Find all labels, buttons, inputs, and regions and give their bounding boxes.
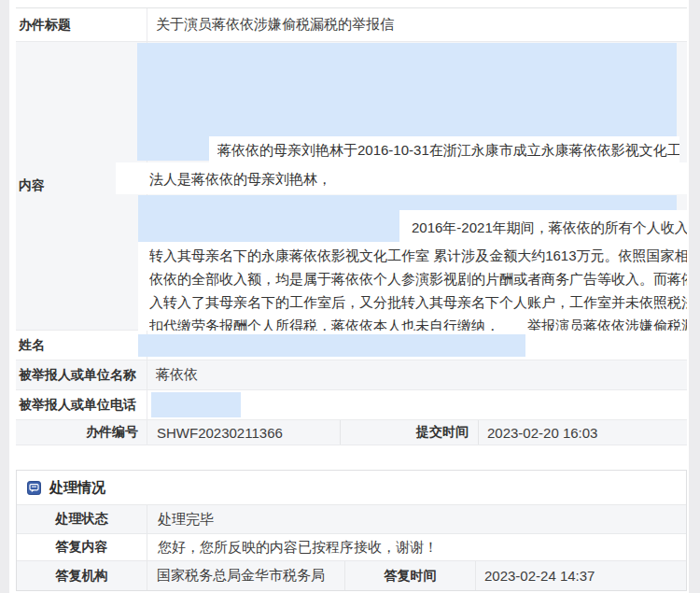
content-text-patch: 2016年-2021年期间，蒋依依的所有个人收入全部 — [399, 210, 687, 242]
reply-content-value: 您好，您所反映的内容已按程序接收，谢谢！ — [147, 534, 686, 560]
case-number-value: SHWF20230211366 — [147, 420, 341, 445]
content-line: 2016年-2021年期间，蒋依依的所有个人收入全部 — [412, 216, 687, 239]
row-reply-content: 答复内容 您好，您所反映的内容已按程序接收，谢谢！ — [17, 533, 686, 561]
row-reply-agency: 答复机构 国家税务总局金华市税务局 答复时间 2023-02-24 14:37 — [17, 561, 686, 590]
reported-name-label: 被举报人或单位名称 — [16, 360, 147, 389]
title-label: 办件标题 — [16, 8, 147, 41]
case-number-label: 办件编号 — [16, 420, 147, 445]
handling-status-value: 处理完毕 — [147, 505, 686, 533]
reply-time-value: 2023-02-24 14:37 — [476, 561, 686, 590]
name-label: 姓名 — [16, 331, 147, 360]
table-row-case-number: 办件编号 SHWF20230211366 提交时间 2023-02-20 16:… — [16, 420, 687, 445]
reply-time-label: 答复时间 — [345, 561, 476, 590]
redaction-block — [151, 392, 241, 417]
submit-time-label: 提交时间 — [341, 420, 479, 445]
content-text-patch: 法人是蒋依依的母亲刘艳林， — [116, 162, 687, 194]
reply-agency-label: 答复机构 — [17, 561, 147, 590]
table-row-title: 办件标题 关于演员蒋依依涉嫌偷税漏税的举报信 — [16, 8, 687, 42]
table-row-reported-name: 被举报人或单位名称 蒋依依 — [16, 360, 687, 390]
page-right-gutter — [689, 0, 700, 593]
reply-agency-value: 国家税务总局金华市税务局 — [147, 561, 345, 590]
redaction-block — [138, 334, 525, 357]
table-row-reported-phone: 被举报人或单位电话 — [16, 390, 687, 420]
reply-content-label: 答复内容 — [17, 534, 147, 560]
table-row-content: 内容 蒋依依的母亲刘艳林于2016-10-31在浙江永康市成立永康蒋依依影视文化… — [16, 42, 687, 331]
content-paragraph: 转入其母亲名下的永康蒋依依影视文化工作室 累计涉及金额大约1613万元。依照国家… — [138, 242, 687, 331]
content-line: 依依的全部收入额，均是属于蒋依依个人参演影视剧的片酬或者商务广告等收入。而蒋依依… — [149, 267, 687, 290]
reported-name-value: 蒋依依 — [147, 360, 687, 389]
table-row-name: 姓名 — [16, 331, 687, 360]
handling-status-label: 处理状态 — [17, 505, 147, 533]
submit-time-value: 2023-02-20 16:03 — [479, 420, 687, 445]
content-line: 法人是蒋依依的母亲刘艳林， — [149, 167, 331, 191]
comments-icon — [27, 481, 41, 495]
title-value: 关于演员蒋依依涉嫌偷税漏税的举报信 — [147, 8, 687, 41]
content-line: 蒋依依的母亲刘艳林于2016-10-31在浙江永康市成立永康蒋依依影视文化工作室… — [217, 138, 679, 162]
page-left-gutter — [0, 0, 9, 593]
handling-result-title: 处理情况 — [49, 479, 105, 497]
handling-result-header: 处理情况 — [17, 471, 686, 505]
handling-result-box: 处理情况 处理状态 处理完毕 答复内容 您好，您所反映的内容已按程序接收，谢谢！… — [16, 470, 687, 591]
content-text-patch: 蒋依依的母亲刘艳林于2016-10-31在浙江永康市成立永康蒋依依影视文化工作室… — [209, 136, 679, 163]
complaint-form-table: 办件标题 关于演员蒋依依涉嫌偷税漏税的举报信 内容 蒋依依的母亲刘艳林于2016… — [16, 7, 687, 445]
reported-phone-label: 被举报人或单位电话 — [16, 390, 147, 419]
row-handling-status: 处理状态 处理完毕 — [17, 505, 686, 533]
content-line: 转入其母亲名下的永康蒋依依影视文化工作室 累计涉及金额大约1613万元。依照国家… — [149, 244, 687, 267]
content-line: 入转入了其母亲名下的工作室后，又分批转入其母亲名下个人账户，工作室并未依照税法规… — [149, 290, 687, 314]
